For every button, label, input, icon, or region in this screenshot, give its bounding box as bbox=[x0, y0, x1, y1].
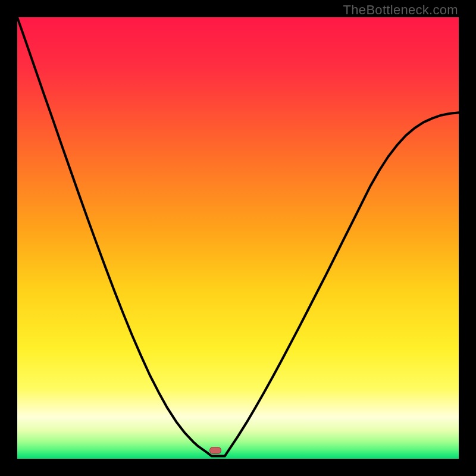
watermark-text: TheBottleneck.com bbox=[343, 2, 458, 18]
optimal-marker bbox=[209, 447, 221, 454]
bottleneck-curve bbox=[17, 17, 459, 459]
plot-area bbox=[17, 17, 459, 459]
outer-frame: TheBottleneck.com bbox=[0, 0, 476, 476]
